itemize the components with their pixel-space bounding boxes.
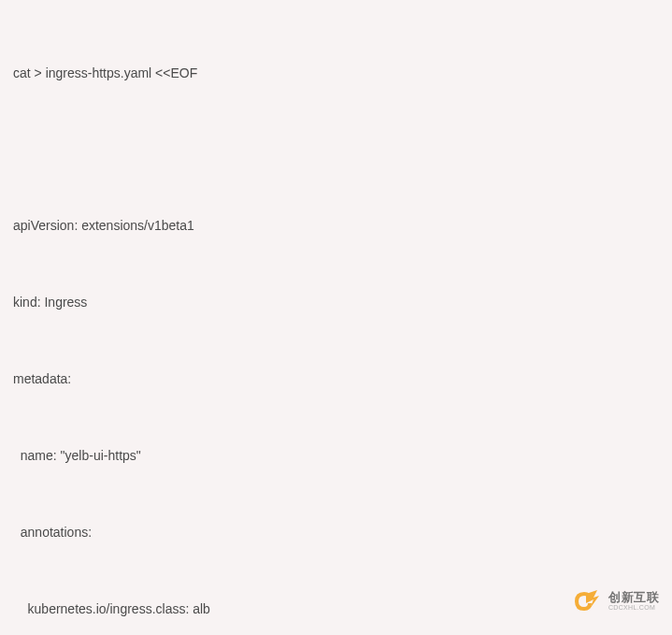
code-line: kind: Ingress xyxy=(13,290,659,315)
code-block: cat > ingress-https.yaml <<EOF apiVersio… xyxy=(13,9,659,635)
watermark-text: 创新互联 CDCXHL.COM xyxy=(608,591,659,612)
code-line: cat > ingress-https.yaml <<EOF xyxy=(13,61,659,86)
watermark-main: 创新互联 xyxy=(608,591,659,604)
code-line: kubernetes.io/ingress.class: alb xyxy=(13,597,659,622)
logo-icon xyxy=(569,584,603,618)
watermark: 创新互联 CDCXHL.COM xyxy=(569,584,659,618)
code-line: apiVersion: extensions/v1beta1 xyxy=(13,213,659,238)
code-line xyxy=(13,137,659,162)
watermark-sub: CDCXHL.COM xyxy=(608,604,659,612)
code-line: annotations: xyxy=(13,520,659,545)
code-line: name: "yelb-ui-https" xyxy=(13,443,659,469)
code-line: metadata: xyxy=(13,367,659,392)
